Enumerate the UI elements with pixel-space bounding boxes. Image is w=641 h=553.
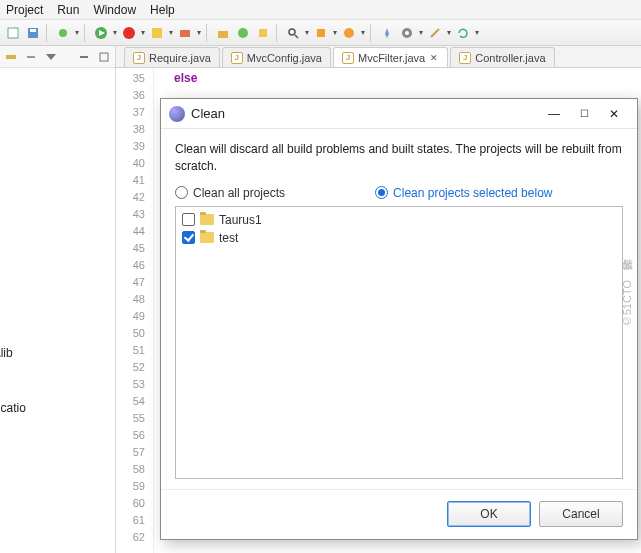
tab-mvcfilter[interactable]: JMvcFilter.java✕ (333, 47, 448, 67)
annotation-nav-icon[interactable] (312, 24, 330, 42)
task-icon[interactable] (340, 24, 358, 42)
folder-icon (200, 214, 214, 225)
refresh-icon[interactable] (454, 24, 472, 42)
ext-tools-icon[interactable] (176, 24, 194, 42)
sidebar-path-text: -tomcat-10\lib (0, 346, 13, 360)
dialog-title: Clean (191, 106, 225, 121)
open-type-icon[interactable] (254, 24, 272, 42)
svg-line-19 (431, 29, 439, 37)
project-name: test (219, 231, 238, 245)
wand-icon[interactable] (426, 24, 444, 42)
project-name: Taurus1 (219, 213, 262, 227)
svg-rect-20 (6, 55, 16, 59)
svg-rect-9 (218, 31, 228, 38)
coverage-icon[interactable] (148, 24, 166, 42)
sidebar-view-text: ed Web Applicatio (0, 401, 26, 415)
run-icon[interactable] (92, 24, 110, 42)
svg-rect-8 (180, 30, 190, 37)
dialog-message: Clean will discard all build problems an… (175, 141, 623, 176)
svg-point-6 (123, 27, 135, 39)
dialog-titlebar: Clean — ☐ ✕ (161, 99, 637, 129)
java-file-icon: J (459, 52, 471, 64)
menu-help[interactable]: Help (150, 3, 175, 17)
view-menu-icon[interactable] (44, 50, 58, 64)
editor-tabs: JRequire.java JMvcConfig.java JMvcFilter… (116, 46, 641, 68)
svg-point-12 (289, 29, 295, 35)
svg-line-13 (295, 35, 298, 38)
svg-rect-11 (259, 29, 267, 37)
new-package-icon[interactable] (214, 24, 232, 42)
cancel-button[interactable]: Cancel (539, 501, 623, 527)
svg-rect-14 (317, 29, 325, 37)
svg-point-18 (405, 31, 409, 35)
ok-button[interactable]: OK (447, 501, 531, 527)
svg-marker-16 (385, 28, 389, 38)
watermark: ©51CTO博客 (620, 280, 635, 327)
toolbar: ▾ ▾ ▾ ▾ ▾ ▾ ▾ ▾ ▾ ▾ ▾ (0, 20, 641, 46)
keyword-else: else (174, 71, 197, 85)
window-minimize-button[interactable]: — (539, 104, 569, 124)
svg-marker-22 (46, 54, 56, 60)
java-file-icon: J (231, 52, 243, 64)
radio-icon (175, 186, 188, 199)
new-icon[interactable] (4, 24, 22, 42)
radio-clean-selected[interactable]: Clean projects selected below (375, 186, 552, 200)
search-icon[interactable] (284, 24, 302, 42)
radio-icon (375, 186, 388, 199)
maximize-view-icon[interactable] (97, 50, 111, 64)
menu-run[interactable]: Run (57, 3, 79, 17)
radio-label: Clean projects selected below (393, 186, 552, 200)
svg-point-10 (238, 28, 248, 38)
new-class-icon[interactable] (234, 24, 252, 42)
java-file-icon: J (342, 52, 354, 64)
minimize-view-icon[interactable] (77, 50, 91, 64)
list-item[interactable]: test (182, 229, 616, 247)
svg-rect-24 (100, 53, 108, 61)
menu-bar: Project Run Window Help (0, 0, 641, 20)
window-close-button[interactable]: ✕ (599, 104, 629, 124)
gear-icon[interactable] (398, 24, 416, 42)
link-editor-icon[interactable] (4, 50, 18, 64)
eclipse-icon (169, 106, 185, 122)
radio-clean-all[interactable]: Clean all projects (175, 186, 285, 200)
close-tab-icon[interactable]: ✕ (429, 53, 439, 63)
save-icon[interactable] (24, 24, 42, 42)
svg-rect-2 (30, 29, 36, 32)
tab-mvcconfig[interactable]: JMvcConfig.java (222, 47, 331, 67)
svg-rect-0 (8, 28, 18, 38)
pin-icon[interactable] (378, 24, 396, 42)
line-gutter: 3536373839404142434445464748495051525354… (116, 68, 154, 553)
svg-point-15 (344, 28, 354, 38)
folder-icon (200, 232, 214, 243)
run-last-icon[interactable] (120, 24, 138, 42)
svg-rect-23 (80, 56, 88, 58)
collapse-icon[interactable] (24, 50, 38, 64)
checkbox-icon[interactable] (182, 231, 195, 244)
clean-dialog: Clean — ☐ ✕ Clean will discard all build… (160, 98, 638, 540)
java-file-icon: J (133, 52, 145, 64)
menu-project[interactable]: Project (6, 3, 43, 17)
svg-point-3 (59, 29, 67, 37)
debug-icon[interactable] (54, 24, 72, 42)
radio-label: Clean all projects (193, 186, 285, 200)
checkbox-icon[interactable] (182, 213, 195, 226)
svg-rect-7 (152, 28, 162, 38)
tab-controller[interactable]: JController.java (450, 47, 554, 67)
project-list[interactable]: Taurus1 test (175, 206, 623, 479)
menu-window[interactable]: Window (93, 3, 136, 17)
window-maximize-button[interactable]: ☐ (569, 104, 599, 124)
tab-require[interactable]: JRequire.java (124, 47, 220, 67)
package-explorer: -tomcat-10\lib ed Web Applicatio (0, 46, 116, 553)
list-item[interactable]: Taurus1 (182, 211, 616, 229)
